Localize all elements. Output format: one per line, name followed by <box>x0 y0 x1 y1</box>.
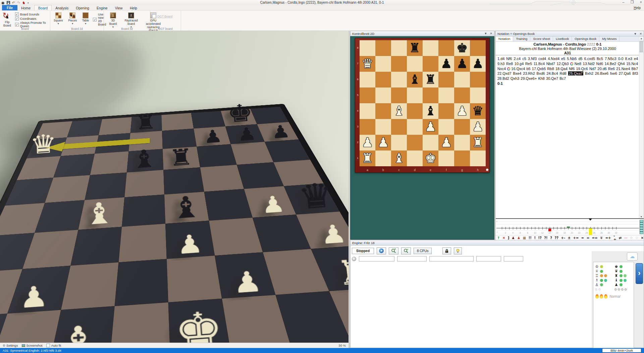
white-piece-3d[interactable]: ♟ <box>308 220 348 249</box>
move[interactable]: 30.Qe7 <box>546 76 558 80</box>
square-2d[interactable] <box>360 72 375 87</box>
square-2d[interactable] <box>407 119 423 135</box>
annotation-icon-promote-line[interactable]: ↑ <box>497 236 500 240</box>
move[interactable]: 12.Qb3 <box>557 62 569 66</box>
square-2d[interactable] <box>360 103 375 119</box>
annotation-icon-white-better[interactable]: ± <box>568 236 571 240</box>
square-3d[interactable] <box>253 215 311 252</box>
move[interactable]: 11.Bc4 <box>534 62 545 66</box>
move[interactable]: Kh8 <box>538 76 545 80</box>
white-piece-3d[interactable]: ♛ <box>26 130 61 158</box>
move[interactable]: Nxc4 <box>497 67 506 71</box>
current-move[interactable]: 25.Qxa7 <box>568 71 584 75</box>
table-dropdown[interactable]: Table ▼ <box>81 12 90 25</box>
white-piece-2d[interactable]: ♜ <box>360 151 375 166</box>
annotation-icon-brilliant[interactable]: !! <box>529 236 532 240</box>
square-3d[interactable] <box>222 295 292 343</box>
move[interactable]: Ne8 <box>575 62 581 66</box>
tab-openings-book[interactable]: Openings Book <box>572 37 599 41</box>
square-2d[interactable] <box>454 119 470 135</box>
move[interactable]: Nd6 <box>596 62 603 66</box>
square-2d[interactable] <box>391 135 407 151</box>
board-3d[interactable]: ♜♚♛♟♟♟♝♜♝♝♟♛♟♟♟♟♟♜♜♝♚ <box>0 104 348 343</box>
checkbox-board-sounds[interactable]: Board Sounds <box>15 12 48 16</box>
white-piece-2d[interactable]: ♟ <box>375 135 391 151</box>
square-3d[interactable] <box>265 139 310 162</box>
engine-info-field[interactable] <box>397 256 427 261</box>
black-piece-3d[interactable]: ♝ <box>163 191 209 224</box>
white-piece-2d[interactable]: ♟ <box>423 119 438 135</box>
move[interactable]: Re5 <box>525 62 532 66</box>
expand-chevron-button[interactable]: › <box>636 263 643 284</box>
annotation-icon-dubious[interactable]: ?! <box>544 236 547 240</box>
ribbon-tab-board[interactable]: Board <box>34 5 52 10</box>
square-2d[interactable] <box>454 135 470 151</box>
tab-training[interactable]: Training <box>513 37 530 41</box>
restore-button[interactable]: ❐ <box>631 0 634 4</box>
ribbon-tab-file[interactable]: File <box>2 5 17 10</box>
ribbon-tab-opening[interactable]: Opening <box>72 5 93 10</box>
move[interactable]: Re8 <box>506 62 513 66</box>
white-piece-2d[interactable]: ♝ <box>391 151 407 166</box>
move[interactable]: 17.Qxb5 <box>532 67 546 71</box>
move[interactable]: 3.Nf3 <box>528 57 537 61</box>
annotation-icon-star[interactable]: ☆ <box>630 236 633 240</box>
annotation-icon-diagram[interactable]: ▦ <box>523 236 526 240</box>
ribbon-tab-analysis[interactable]: Analysis <box>52 5 72 10</box>
move[interactable]: Bf3 <box>633 71 638 75</box>
square-3d[interactable] <box>119 224 167 262</box>
stopped-button[interactable]: Stopped <box>352 248 374 254</box>
move[interactable]: 28.Bd2 <box>497 76 509 80</box>
square-2d[interactable] <box>470 87 486 103</box>
move[interactable]: Bc5 <box>597 57 603 61</box>
panel-collapse-icon[interactable]: ▼ <box>484 32 487 35</box>
square-3d[interactable] <box>70 227 122 266</box>
move[interactable]: 0-0 <box>618 57 624 61</box>
white-piece-3d[interactable]: ♜ <box>325 254 348 291</box>
square-2d[interactable] <box>375 72 391 87</box>
move[interactable]: Nf6 <box>569 67 575 71</box>
annotation-icon-black-slightly-better[interactable]: =+ <box>605 236 611 240</box>
board3d-dropdown[interactable]: ♙ 3D Board ▼ <box>106 12 120 29</box>
square-2d[interactable] <box>407 87 423 103</box>
white-piece-3d[interactable]: ♝ <box>77 197 122 230</box>
move[interactable]: 21.Nxe4 <box>616 67 630 71</box>
annotation-icon-blunder[interactable]: ?? <box>555 236 559 240</box>
black-piece-3d[interactable]: ♛ <box>292 178 340 215</box>
white-piece-3d[interactable]: ♟ <box>7 281 61 314</box>
square-3d[interactable] <box>110 302 170 343</box>
move[interactable]: 8.e3 <box>625 57 632 61</box>
annotation-icon-delete-bold[interactable]: × <box>641 236 644 240</box>
square-2d[interactable] <box>391 119 407 135</box>
eval-cursor-icon[interactable] <box>589 219 592 221</box>
panel-close-icon[interactable]: ✕ <box>639 32 642 36</box>
square-2d[interactable] <box>360 87 375 103</box>
black-piece-2d[interactable]: ♟ <box>454 56 470 72</box>
close-button[interactable]: × <box>640 0 642 4</box>
square-3d[interactable] <box>209 218 263 255</box>
eval-resize-handle[interactable] <box>640 220 643 235</box>
black-piece-2d[interactable]: ♟ <box>438 56 454 72</box>
square-2d[interactable] <box>391 40 407 56</box>
black-piece-2d[interactable]: ♟ <box>470 56 486 72</box>
square-2d[interactable] <box>423 56 438 72</box>
square-2d[interactable] <box>454 151 470 166</box>
square-2d[interactable] <box>423 40 438 56</box>
analysis-magnifier-button[interactable] <box>389 247 398 254</box>
ribbon-tab-help[interactable]: Help <box>126 5 141 10</box>
move[interactable]: 10.g4 <box>515 62 524 66</box>
engine-info-field[interactable] <box>476 256 501 261</box>
pieces-dropdown[interactable]: ♞♝ Pieces ▼ <box>67 12 78 25</box>
lightbulb-button[interactable] <box>454 247 462 254</box>
move[interactable]: e5 <box>561 57 565 61</box>
scrollbar-thumb[interactable] <box>640 41 643 52</box>
square-2d[interactable] <box>438 103 454 119</box>
square-2d[interactable] <box>375 56 391 72</box>
move[interactable]: Rb8 <box>547 67 554 71</box>
screenshot-button[interactable]: Screenshot <box>22 344 42 347</box>
lock-button[interactable] <box>442 247 451 254</box>
square-2d[interactable] <box>375 119 391 135</box>
ribbon-tab-view[interactable]: View <box>111 5 126 10</box>
move[interactable]: Bxe4 <box>513 71 521 75</box>
move[interactable]: 6.cxd5 <box>584 57 595 61</box>
